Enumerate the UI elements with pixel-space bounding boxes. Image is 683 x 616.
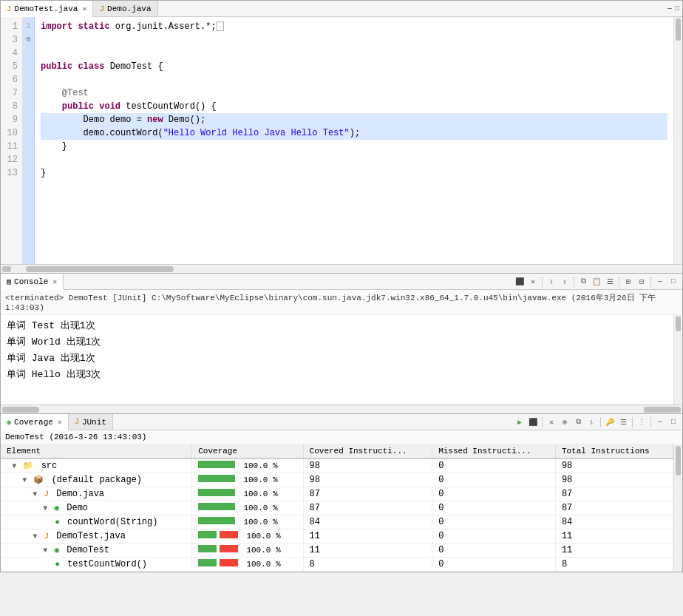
expand-icon[interactable]: ▼ (43, 504, 47, 512)
element-name: Demo.java (56, 489, 104, 499)
coverage-pct: 100.0 % (246, 560, 280, 569)
cell-total: 98 (555, 473, 673, 487)
coverage-btn5[interactable]: ⧉ (572, 416, 584, 428)
table-row[interactable]: ● countWord(String) 100.0 % 84 0 84 (1, 515, 673, 529)
coverage-btn7[interactable]: 🔑 (604, 416, 616, 428)
cell-coverage: 100.0 % (192, 558, 303, 572)
tab-demo[interactable]: J Demo.java (93, 1, 157, 16)
console-btn5[interactable]: ⧉ (577, 276, 589, 288)
maximize-icon[interactable]: □ (675, 4, 679, 13)
table-row[interactable]: ▼ J DemoTest.java 100.0 % 11 0 11 (1, 529, 673, 544)
coverage-btn9[interactable]: ⋮ (636, 416, 648, 428)
code-line-3 (41, 47, 667, 60)
code-line-9: demo.countWord("Hello World Hello Java H… (41, 126, 667, 140)
editor-scrollbar[interactable] (673, 17, 682, 264)
cell-total: 87 (555, 501, 673, 515)
coverage-scrollbar[interactable] (673, 444, 682, 572)
cell-total: 11 (555, 544, 673, 558)
cell-element: ▼ ◉ Demo (1, 501, 192, 515)
table-row[interactable]: ▼ ◉ Demo 100.0 % 87 0 87 (1, 501, 673, 515)
table-row[interactable]: ▼ ◉ DemoTest 100.0 % 11 0 11 (1, 544, 673, 558)
code-line-2 (41, 33, 667, 47)
console-btn6[interactable]: 📋 (591, 276, 602, 288)
cell-total: 11 (555, 529, 673, 544)
console-tabs: ▤ Console ✕ (1, 274, 64, 289)
expand-icon[interactable]: ▼ (43, 546, 47, 555)
col-missed: Missed Instructi... (432, 444, 556, 458)
java-icon: J (7, 4, 12, 13)
table-row[interactable]: ● testCountWord() 100.0 % 8 0 8 (1, 558, 673, 572)
console-scroll-thumb[interactable] (676, 317, 681, 331)
cell-covered: 11 (303, 529, 432, 544)
console-btn4[interactable]: ⇧ (559, 276, 571, 288)
coverage-btn2[interactable]: ⬛ (527, 416, 539, 428)
console-icon: ▤ (7, 277, 11, 286)
element-name: (default package) (52, 475, 142, 485)
console-btn3[interactable]: ⇩ (546, 276, 557, 288)
hscroll-left-btn[interactable] (2, 266, 11, 272)
cell-coverage: 100.0 % (192, 501, 303, 515)
console-line-1: 单词 Test 出现1次 (7, 318, 667, 334)
tab-junit[interactable]: J JUnit (69, 414, 113, 430)
coverage-tab-bar: ◉ Coverage ✕ J JUnit ▶ ⬛ ✕ ⊗ ⧉ ⇩ 🔑 ☰ ⋮ —… (1, 414, 682, 430)
console-btn9[interactable]: ⊟ (636, 276, 648, 288)
code-line-11 (41, 153, 667, 166)
coverage-btn3[interactable]: ✕ (546, 416, 557, 428)
table-row[interactable]: ▼ J Demo.java 100.0 % 87 0 87 (1, 487, 673, 501)
sep8 (650, 417, 651, 427)
coverage-btn4[interactable]: ⊗ (559, 416, 571, 428)
console-tab-close[interactable]: ✕ (52, 277, 57, 286)
tab-demotest-close[interactable]: ✕ (82, 4, 86, 13)
cell-total: 87 (555, 487, 673, 501)
console-scrollbar[interactable] (673, 315, 682, 405)
coverage-scroll-thumb[interactable] (676, 446, 681, 475)
console-hscroll-thumb[interactable] (2, 407, 39, 413)
coverage-btn6[interactable]: ⇩ (585, 416, 597, 428)
line-numbers: 1 3 4 5 6 7 8 9 10 11 12 13 (1, 17, 23, 264)
table-row[interactable]: ▼ 📁 src 100.0 % 98 0 98 (1, 458, 673, 473)
code-line-6: @Test (41, 87, 667, 100)
expand-icon[interactable]: ▼ (12, 462, 16, 470)
console-btn8[interactable]: ⊞ (622, 276, 634, 288)
console-btn1[interactable]: ⬛ (514, 276, 526, 288)
console-minimize[interactable]: — (654, 276, 666, 288)
coverage-maximize[interactable]: □ (667, 416, 679, 428)
tab-demotest[interactable]: J DemoTest.java ✕ (1, 1, 93, 17)
coverage-pct: 100.0 % (243, 518, 277, 527)
editor-tab-bar: J DemoTest.java ✕ J Demo.java — □ (1, 1, 682, 17)
coverage-btn1[interactable]: ▶ (514, 416, 526, 428)
hscroll-thumb[interactable] (26, 266, 174, 272)
console-line-3: 单词 Java 出现1次 (7, 351, 667, 367)
coverage-minimize[interactable]: — (654, 416, 666, 428)
expand-icon[interactable]: ▼ (33, 532, 37, 541)
cell-missed: 0 (432, 501, 556, 515)
cell-element: ● testCountWord() (1, 558, 192, 572)
console-line-4: 单词 Hello 出现3次 (7, 367, 667, 383)
expand-icon[interactable]: ▼ (22, 476, 27, 484)
cell-covered: 11 (303, 544, 432, 558)
console-btn2[interactable]: ✕ (527, 276, 539, 288)
expand-icon[interactable]: ▼ (33, 490, 37, 498)
console-btn7[interactable]: ☰ (604, 276, 616, 288)
cell-missed: 0 (432, 515, 556, 529)
sep6 (600, 417, 601, 427)
coverage-table-scroll[interactable]: Element Coverage Covered Instructi... Mi… (1, 444, 673, 572)
coverage-tab-close[interactable]: ✕ (58, 418, 62, 427)
method-icon: ● (55, 518, 60, 527)
code-editor[interactable]: import static org.junit.Assert.*; public… (35, 17, 673, 264)
tab-console[interactable]: ▤ Console ✕ (1, 274, 64, 290)
tab-demo-label: Demo.java (107, 4, 151, 13)
cell-element: ▼ ◉ DemoTest (1, 544, 192, 558)
editor-content: 1 3 4 5 6 7 8 9 10 11 12 13 1 ⊖ (1, 17, 682, 264)
cell-coverage: 100.0 % (192, 487, 303, 501)
scrollbar-thumb[interactable] (676, 18, 681, 41)
console-hscrollbar[interactable] (1, 405, 682, 413)
table-row[interactable]: ▼ 📦 (default package) 100.0 % 98 0 98 (1, 473, 673, 487)
console-hscroll-thumb2[interactable] (644, 407, 681, 413)
tab-coverage[interactable]: ◉ Coverage ✕ (1, 414, 69, 430)
code-line-4: public class DemoTest { (41, 60, 667, 73)
coverage-btn8[interactable]: ☰ (617, 416, 629, 428)
editor-hscrollbar[interactable] (1, 264, 682, 273)
minimize-icon[interactable]: — (667, 4, 672, 13)
console-maximize[interactable]: □ (667, 276, 679, 288)
